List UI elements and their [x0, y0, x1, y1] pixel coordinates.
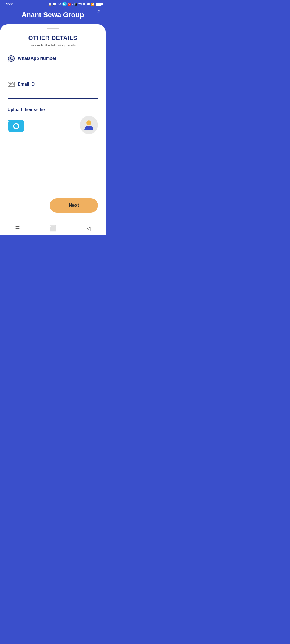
section-title: OTHER DETAILS [8, 35, 98, 42]
email-label-text: Email ID [18, 82, 35, 87]
battery-icon [96, 3, 102, 6]
home-nav-icon[interactable]: ⬜ [50, 225, 56, 232]
whatsapp-label-text: WhatsApp Number [18, 56, 56, 61]
camera-icon-wrap: + [8, 118, 25, 132]
upload-row: + [8, 116, 98, 134]
network-icon: 4G [87, 3, 90, 5]
avatar-icon [82, 118, 96, 132]
youtube-icon: ▶ [62, 2, 67, 6]
notification-icon: 📋 [48, 3, 52, 6]
email-input[interactable] [8, 90, 98, 99]
spacer [8, 134, 98, 196]
signal-icon: 📶 [91, 3, 94, 6]
email-field-group: Email ID [8, 81, 98, 99]
status-icons: 📋 💬 Jio ▶ V • 📳 VoLTE 4G 📶 [48, 2, 102, 6]
next-button[interactable]: Next [50, 198, 98, 213]
camera-lens [13, 123, 19, 129]
close-button[interactable]: × [97, 9, 101, 14]
bottom-nav: ☰ ⬜ ◁ [0, 222, 106, 235]
whatsapp-input[interactable] [8, 65, 98, 73]
vpn-icon: V [68, 3, 71, 6]
menu-nav-icon[interactable]: ☰ [15, 225, 20, 232]
status-bar: 14:22 📋 💬 Jio ▶ V • 📳 VoLTE 4G 📶 [0, 0, 106, 8]
main-card: OTHER DETAILS please fill the following … [0, 24, 106, 222]
status-time: 14:22 [4, 2, 13, 6]
whatsapp-icon [8, 55, 15, 62]
drag-handle [47, 28, 59, 29]
volte-icon: VoLTE [78, 3, 86, 5]
vibrate-icon: 📳 [74, 3, 77, 6]
camera-button[interactable]: + [8, 118, 25, 132]
jio-icon: Jio [57, 2, 61, 6]
camera-body [8, 120, 24, 132]
header-title: Anant Sewa Group [5, 11, 100, 19]
upload-title: Upload their selfie [8, 107, 98, 112]
dot-icon: • [72, 3, 73, 6]
avatar-preview [80, 116, 98, 134]
whatsapp-label-row: WhatsApp Number [8, 55, 98, 62]
section-subtitle: please fill the following details [8, 43, 98, 47]
email-icon [8, 81, 15, 88]
header: × Anant Sewa Group [0, 8, 106, 24]
whatsapp-field-group: WhatsApp Number [8, 55, 98, 73]
message-icon: 💬 [53, 3, 56, 6]
svg-point-3 [86, 120, 91, 125]
upload-section: Upload their selfie + [8, 107, 98, 134]
email-label-row: Email ID [8, 81, 98, 88]
back-nav-icon[interactable]: ◁ [86, 225, 90, 232]
next-button-wrap: Next [8, 196, 98, 217]
